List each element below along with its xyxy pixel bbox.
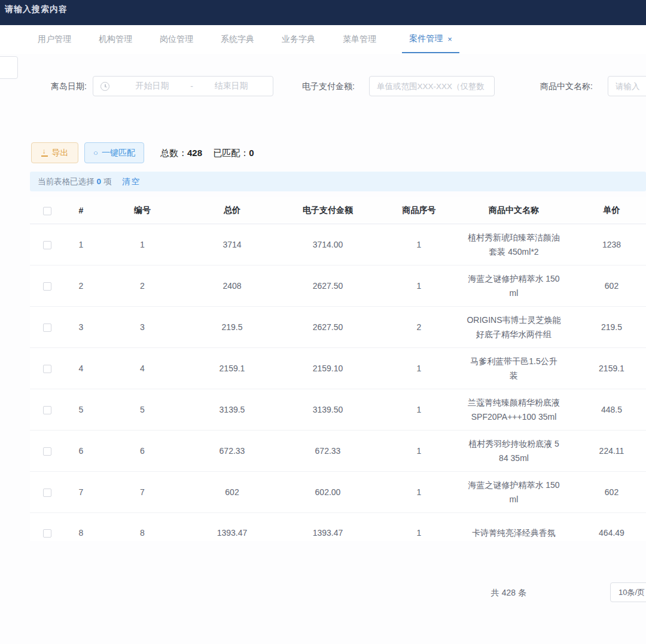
tab-2[interactable]: 机构管理	[97, 26, 134, 53]
epay-amount-input[interactable]	[369, 76, 495, 96]
cell-index: 3	[65, 306, 97, 347]
top-navbar: 请输入搜索内容	[0, 0, 646, 25]
global-search-input[interactable]: 请输入搜索内容	[5, 4, 68, 15]
header-index: #	[65, 197, 97, 224]
tab-label: 案件管理	[409, 33, 443, 44]
cell-name: ORIGINS韦博士灵芝焕能好底子精华水两件组	[459, 306, 568, 347]
cell-name: 兰蔻菁纯臻颜精华粉底液SPF20PA+++100 35ml	[459, 389, 568, 430]
tab-close-icon[interactable]: ×	[447, 35, 452, 44]
table-row: 442159.12159.101马爹利蓝带干邑1.5公升装2159.1	[30, 347, 646, 389]
clear-selection-link[interactable]: 清空	[122, 177, 141, 186]
cell-code: 2	[97, 265, 187, 306]
cell-total: 3714	[187, 224, 277, 265]
tab-label: 岗位管理	[160, 34, 193, 45]
tab-5[interactable]: 业务字典	[280, 26, 317, 53]
matched-label: 已匹配：	[213, 148, 249, 158]
header-code: 编号	[97, 197, 187, 224]
cell-code: 5	[97, 389, 187, 430]
row-checkbox[interactable]	[43, 323, 51, 332]
pagination: 共 428 条 10条/页	[0, 582, 646, 603]
table-row: 2224082627.501海蓝之谜修护精萃水 150ml602	[30, 265, 646, 306]
cell-total: 672.33	[187, 430, 277, 471]
one-click-match-button[interactable]: ○ 一键匹配	[84, 142, 144, 163]
cell-epay: 2159.10	[277, 347, 379, 389]
cell-name: 马爹利蓝带干邑1.5公升装	[459, 347, 568, 389]
cell-unit: 224.11	[568, 430, 646, 471]
cell-total: 1393.47	[187, 512, 277, 541]
header-name: 商品中文名称	[459, 197, 568, 224]
export-button[interactable]: 导出	[31, 142, 78, 163]
tab-6[interactable]: 菜单管理	[341, 26, 378, 53]
cell-name: 海蓝之谜修护精萃水 150ml	[459, 265, 568, 306]
table-row: 77602602.001海蓝之谜修护精萃水 150ml602	[30, 471, 646, 512]
cell-code: 6	[97, 430, 187, 471]
cell-unit: 602	[568, 265, 646, 306]
cell-name: 植村秀羽纱持妆粉底液 584 35ml	[459, 430, 568, 471]
tab-7[interactable]: 案件管理×	[402, 26, 459, 53]
tab-1[interactable]: 用户管理	[36, 26, 73, 53]
selection-count: 0	[95, 177, 104, 186]
row-checkbox[interactable]	[43, 406, 51, 414]
header-seq: 商品序号	[379, 197, 459, 224]
cell-epay: 672.33	[277, 430, 379, 471]
tab-label: 菜单管理	[343, 34, 376, 45]
cell-epay: 2627.50	[277, 265, 379, 306]
cell-unit: 2159.1	[568, 347, 646, 389]
tab-label: 用户管理	[38, 34, 71, 45]
cell-code: 7	[97, 471, 187, 512]
product-name-label: 商品中文名称:	[540, 76, 593, 96]
date-end-placeholder[interactable]: 结束日期	[197, 81, 266, 91]
matched-count: 0	[249, 148, 254, 158]
selection-suffix: 项	[103, 177, 112, 186]
cell-epay: 1393.47	[277, 512, 379, 541]
table-row: 881393.471393.471卡诗菁纯亮泽经典香氛464.49	[30, 512, 646, 541]
cell-code: 8	[97, 512, 187, 541]
cell-index: 8	[65, 512, 97, 541]
cell-index: 4	[65, 347, 97, 389]
row-checkbox[interactable]	[43, 529, 51, 538]
tab-3[interactable]: 岗位管理	[158, 26, 195, 53]
cell-index: 6	[65, 430, 97, 471]
cell-unit: 1238	[568, 224, 646, 265]
epay-amount-label: 电子支付金额:	[302, 76, 355, 96]
cell-name: 植村秀新琥珀臻萃洁颜油套装 450ml*2	[459, 224, 568, 265]
date-start-placeholder[interactable]: 开始日期	[118, 81, 187, 91]
page-size-select[interactable]: 10条/页	[610, 582, 646, 602]
select-all-checkbox[interactable]	[43, 207, 51, 215]
row-checkbox[interactable]	[43, 489, 51, 497]
row-checkbox[interactable]	[43, 447, 51, 456]
cell-seq: 1	[379, 347, 459, 389]
row-checkbox[interactable]	[43, 241, 51, 249]
cell-index: 2	[65, 265, 97, 306]
case-table: # 编号 总价 电子支付金额 商品序号 商品中文名称 单价 1137143714…	[30, 197, 646, 541]
row-checkbox[interactable]	[43, 282, 51, 291]
download-icon	[41, 149, 48, 157]
header-total: 总价	[187, 197, 277, 224]
tab-label: 系统字典	[221, 34, 254, 45]
clock-icon	[100, 82, 109, 91]
cell-total: 2159.1	[187, 347, 277, 389]
tab-4[interactable]: 系统字典	[219, 26, 256, 53]
tab-label: 机构管理	[99, 34, 132, 45]
cell-index: 5	[65, 389, 97, 430]
cell-epay: 3714.00	[277, 224, 379, 265]
table-row: 33219.52627.502ORIGINS韦博士灵芝焕能好底子精华水两件组21…	[30, 306, 646, 347]
cell-unit: 448.5	[568, 389, 646, 430]
cell-name: 卡诗菁纯亮泽经典香氛	[459, 512, 568, 541]
date-filter-label: 离岛日期:	[51, 76, 87, 96]
cell-name: 海蓝之谜修护精萃水 150ml	[459, 471, 568, 512]
cell-index: 7	[65, 471, 97, 512]
date-range-separator: -	[187, 81, 197, 91]
total-label: 总数：	[160, 148, 187, 158]
cell-unit: 219.5	[568, 306, 646, 347]
stats-text: 总数：428 已匹配：0	[160, 142, 254, 163]
selection-prefix: 当前表格已选择	[38, 177, 95, 186]
row-checkbox[interactable]	[43, 365, 51, 373]
cell-code: 1	[97, 224, 187, 265]
search-icon: ○	[93, 148, 98, 157]
product-name-input[interactable]	[608, 76, 646, 96]
cell-total: 219.5	[187, 306, 277, 347]
date-range-picker[interactable]: 开始日期 - 结束日期	[93, 76, 273, 96]
cell-seq: 1	[379, 471, 459, 512]
toolbar: 导出 ○ 一键匹配 总数：428 已匹配：0	[0, 142, 646, 163]
